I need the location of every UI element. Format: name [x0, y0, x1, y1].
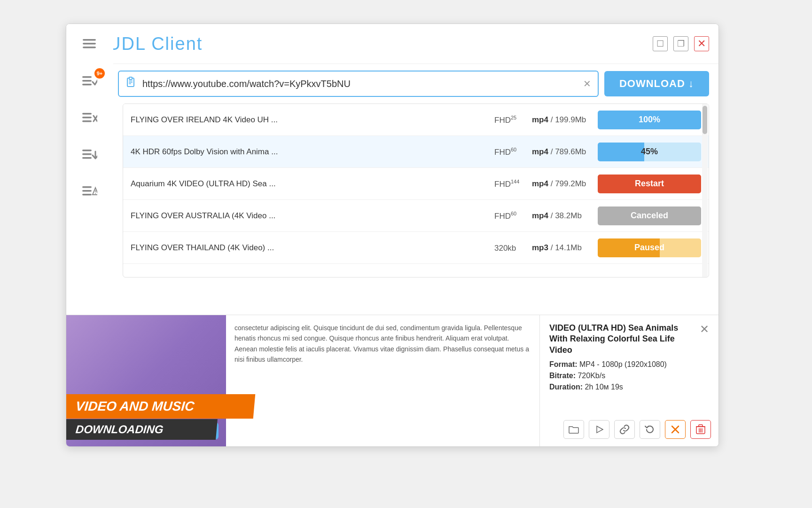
- item-3-res: FHD144: [494, 179, 532, 189]
- link-button[interactable]: [614, 420, 635, 439]
- url-clear-button[interactable]: ✕: [583, 78, 591, 89]
- detail-bitrate: Bitrate: 720Kb/s: [549, 372, 709, 380]
- sidebar-item-warnings[interactable]: [77, 180, 103, 204]
- item-3-progress[interactable]: Restart: [598, 175, 701, 193]
- svg-rect-6: [82, 80, 92, 82]
- item-3-title: Aquarium 4K VIDEO (ULTRA HD) Sea ...: [131, 179, 494, 189]
- svg-rect-14: [82, 153, 92, 155]
- item-5-format: mp3 / 14.1Mb: [532, 243, 598, 253]
- detail-close-button[interactable]: ✕: [700, 323, 709, 336]
- svg-rect-15: [82, 157, 92, 159]
- item-2-title: 4K HDR 60fps Dolby Vision with Anima ...: [131, 147, 494, 157]
- svg-rect-21: [95, 190, 95, 192]
- item-3-format: mp4 / 799.2Mb: [532, 179, 598, 189]
- close-button[interactable]: ✕: [694, 36, 709, 51]
- svg-rect-8: [82, 113, 92, 115]
- detail-panel: VIDEO AND MUSIC DOWNLOADING ⚙ ⬇ consecte…: [66, 315, 718, 446]
- svg-rect-2: [83, 39, 96, 41]
- download-button[interactable]: DOWNLOAD ↓: [604, 71, 709, 96]
- clipboard-icon: [125, 76, 138, 91]
- svg-rect-7: [82, 84, 92, 86]
- detail-description: consectetur adipiscing elit. Quisque tin…: [226, 315, 540, 446]
- scrollbar-thumb[interactable]: [703, 106, 707, 134]
- detail-title-row: VIDEO (ULTRA HD) Sea Animals With Relaxi…: [549, 323, 709, 356]
- scrollbar[interactable]: [702, 104, 708, 277]
- detail-info: VIDEO (ULTRA HD) Sea Animals With Relaxi…: [540, 315, 718, 446]
- svg-point-22: [95, 193, 96, 194]
- detail-format: Format: MP4 - 1080p (1920x1080): [549, 360, 709, 369]
- download-list: FLYING OVER IRELAND 4K Video UH ... FHD2…: [123, 103, 709, 278]
- detail-duration: Duration: 2h 10м 19s: [549, 383, 709, 391]
- item-5-progress[interactable]: Paused: [598, 238, 701, 257]
- download-item-4: FLYING OVER AUSTRALIA (4K Video ... FHD6…: [123, 200, 709, 232]
- window-controls: ☐ ❐ ✕: [653, 36, 709, 51]
- url-input-container[interactable]: ✕: [118, 71, 599, 97]
- delete-button[interactable]: [690, 420, 711, 439]
- item-4-progress[interactable]: Canceled: [598, 206, 701, 225]
- item-3-action[interactable]: Restart: [598, 175, 701, 193]
- cancel-action-button[interactable]: [665, 420, 686, 439]
- item-1-format: mp4 / 199.9Mb: [532, 115, 598, 125]
- item-5-res: 320kb: [494, 243, 532, 253]
- item-2-action[interactable]: 45%: [598, 143, 701, 161]
- maximize-button[interactable]: ☐: [653, 36, 668, 51]
- sidebar-item-failed[interactable]: [77, 107, 103, 130]
- svg-rect-18: [82, 190, 92, 192]
- folder-button[interactable]: [563, 420, 584, 439]
- url-input[interactable]: [142, 79, 578, 89]
- item-4-title: FLYING OVER AUSTRALIA (4K Video ...: [131, 211, 494, 221]
- restore-button[interactable]: ❐: [673, 36, 688, 51]
- play-button[interactable]: [589, 420, 609, 439]
- item-2-format: mp4 / 789.6Mb: [532, 147, 598, 157]
- svg-marker-28: [597, 426, 603, 433]
- item-1-title: FLYING OVER IRELAND 4K Video UH ...: [131, 115, 494, 125]
- item-1-res: FHD25: [494, 115, 532, 125]
- svg-rect-10: [82, 120, 92, 122]
- detail-actions: [563, 420, 711, 439]
- svg-rect-13: [82, 150, 92, 151]
- svg-rect-4: [83, 47, 96, 48]
- url-row: ✕ DOWNLOAD ↓: [66, 64, 718, 103]
- svg-rect-5: [82, 76, 92, 78]
- item-1-progress[interactable]: 100%: [598, 111, 701, 129]
- sidebar-item-menu[interactable]: [77, 33, 103, 57]
- sidebar-item-completed[interactable]: 9+: [77, 70, 103, 94]
- download-item-5: FLYING OVER THAILAND (4K Video) ... 320k…: [123, 232, 709, 264]
- item-4-format: mp4 / 38.2Mb: [532, 211, 598, 221]
- detail-thumbnail: VIDEO AND MUSIC DOWNLOADING ⚙ ⬇: [66, 315, 226, 446]
- title-bar: UDL Client ☐ ❐ ✕: [66, 24, 718, 64]
- download-item-1: FLYING OVER IRELAND 4K Video UH ... FHD2…: [123, 104, 709, 136]
- svg-rect-9: [82, 117, 92, 119]
- item-5-title: FLYING OVER THAILAND (4K Video) ...: [131, 243, 494, 253]
- dark-banner: DOWNLOADING: [66, 419, 218, 440]
- app-title: UDL Client: [108, 34, 203, 54]
- svg-rect-3: [83, 43, 96, 45]
- sidebar-item-downloading[interactable]: [77, 143, 103, 167]
- svg-rect-24: [129, 77, 132, 79]
- orange-banner: VIDEO AND MUSIC: [66, 394, 255, 419]
- item-2-progress[interactable]: 45%: [598, 143, 701, 161]
- download-item-3: Aquarium 4K VIDEO (ULTRA HD) Sea ... FHD…: [123, 168, 709, 200]
- item-2-res: FHD60: [494, 147, 532, 157]
- svg-marker-20: [93, 188, 97, 195]
- main-window: UDL Client ☐ ❐ ✕ 9+: [66, 24, 719, 447]
- item-4-action[interactable]: Canceled: [598, 206, 701, 225]
- item-4-res: FHD60: [494, 211, 532, 221]
- completed-badge: 9+: [94, 68, 105, 79]
- refresh-button[interactable]: [640, 420, 660, 439]
- svg-rect-17: [82, 186, 92, 188]
- svg-rect-33: [699, 425, 703, 427]
- detail-video-title: VIDEO (ULTRA HD) Sea Animals With Relaxi…: [549, 323, 700, 356]
- svg-rect-19: [82, 194, 92, 196]
- item-5-action[interactable]: Paused: [598, 238, 701, 257]
- detail-meta: Format: MP4 - 1080p (1920x1080) Bitrate:…: [549, 360, 709, 391]
- download-item-2: 4K HDR 60fps Dolby Vision with Anima ...…: [123, 136, 709, 168]
- menu-icon: [83, 38, 97, 53]
- item-1-action[interactable]: 100%: [598, 111, 701, 129]
